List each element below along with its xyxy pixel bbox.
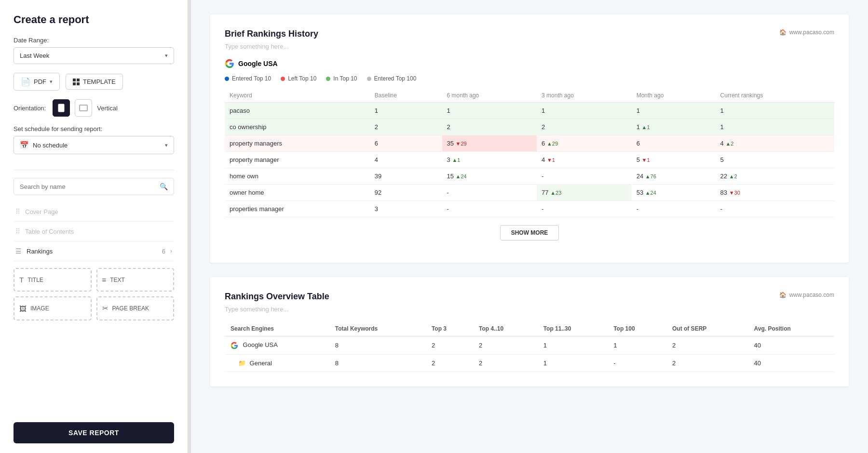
date-range-select[interactable]: Last Week ▾ xyxy=(14,47,174,64)
show-more-button[interactable]: SHOW MORE xyxy=(500,225,559,240)
rankings-table: Keyword Baseline 6 month ago 3 month ago… xyxy=(225,89,834,217)
pagebreak-block-button[interactable]: ✂ PAGE BREAK xyxy=(96,296,175,320)
house-icon: 🏠 xyxy=(779,292,787,298)
chevron-right-icon: › xyxy=(170,248,172,254)
text-icon: ≡ xyxy=(102,276,107,284)
save-report-section: SAVE REPORT xyxy=(14,413,174,443)
chevron-down-icon: ▾ xyxy=(165,142,168,148)
col-top410: Top 4..10 xyxy=(473,321,538,336)
grid-icon xyxy=(73,79,80,85)
page-title: Create a report xyxy=(14,13,174,26)
format-row: 📄 PDF ▾ TEMPLATE xyxy=(14,73,174,91)
table-row: property managers 6 35 ▼29 6 ▲29 6 4 ▲2 xyxy=(225,135,834,152)
col-engine: Search Engines xyxy=(225,321,329,336)
house-icon: 🏠 xyxy=(779,29,787,36)
search-box[interactable]: 🔍 xyxy=(14,178,174,195)
pdf-icon: 📄 xyxy=(21,77,30,86)
template-button[interactable]: TEMPLATE xyxy=(66,74,123,90)
table-header-row: Keyword Baseline 6 month ago 3 month ago… xyxy=(225,89,834,103)
orientation-row: Orientation: Vertical xyxy=(14,99,174,117)
image-icon: 🖼 xyxy=(19,305,27,313)
table-row: home own 39 15 ▲24 - 24 ▲76 22 ▲2 xyxy=(225,168,834,185)
legend-dot xyxy=(326,77,330,81)
legend-in-top10: In Top 10 xyxy=(326,75,357,82)
scissors-icon: ✂ xyxy=(102,304,108,313)
image-block-button[interactable]: 🖼 IMAGE xyxy=(14,296,92,320)
orientation-label: Orientation: xyxy=(14,105,46,112)
legend-entered-top10: Entered Top 10 xyxy=(225,75,271,82)
chevron-down-icon: ▾ xyxy=(165,53,168,59)
col-baseline: Baseline xyxy=(370,89,442,103)
type-hint: Type something here... xyxy=(225,43,834,50)
date-range-label: Date Range: xyxy=(14,37,174,44)
drag-icon: ☰ xyxy=(15,247,22,255)
section-title: Brief Rankings History xyxy=(225,29,318,39)
table-row: Google USA 8 2 2 1 1 2 40 xyxy=(225,336,834,355)
col-avgpos: Avg. Position xyxy=(748,321,834,336)
show-more-row: SHOW MORE xyxy=(225,217,834,248)
schedule-group: Set schedule for sending report: 📅 No sc… xyxy=(14,125,174,154)
legend-left-top10: Left Top 10 xyxy=(281,75,316,82)
divider xyxy=(14,170,174,170)
legend-entered-top100: Entered Top 100 xyxy=(367,75,417,82)
rankings-overview-section: Rankings Overview Table 🏠 www.pacaso.com… xyxy=(210,277,849,386)
svg-rect-1 xyxy=(80,105,87,111)
toc-page-item[interactable]: ⠿ Table of Contents xyxy=(14,222,174,241)
site-badge: 🏠 www.pacaso.com xyxy=(779,292,834,298)
legend-dot xyxy=(225,77,229,81)
chevron-down-icon: ▾ xyxy=(50,79,53,85)
svg-rect-0 xyxy=(58,104,64,112)
table-row: co ownership 2 2 2 1 ▲1 1 xyxy=(225,119,834,135)
section-header: Rankings Overview Table 🏠 www.pacaso.com xyxy=(225,292,834,302)
col-top3: Top 3 xyxy=(426,321,473,336)
calendar-icon: 📅 xyxy=(20,141,29,149)
orientation-vertical-button[interactable] xyxy=(53,99,70,117)
table-row: 📁 General 8 2 2 1 - 2 40 xyxy=(225,354,834,372)
overview-table: Search Engines Total Keywords Top 3 Top … xyxy=(225,321,834,372)
orientation-horizontal-button[interactable] xyxy=(75,99,92,117)
title-icon: T xyxy=(19,276,24,284)
table-row: properties manager 3 - - - - xyxy=(225,201,834,217)
drag-icon: ⠿ xyxy=(15,208,20,215)
date-range-group: Date Range: Last Week ▾ xyxy=(14,37,174,64)
cover-page-item[interactable]: ⠿ Cover Page xyxy=(14,202,174,222)
search-input[interactable] xyxy=(20,183,156,190)
right-panel: Brief Rankings History 🏠 www.pacaso.com … xyxy=(191,0,868,453)
left-panel: Create a report Date Range: Last Week ▾ … xyxy=(0,0,188,453)
table-row: pacaso 1 1 1 1 1 xyxy=(225,103,834,119)
table-row: owner home 92 - 77 ▲23 53 ▲24 83 ▼30 xyxy=(225,185,834,201)
orientation-value: Vertical xyxy=(97,105,118,112)
col-top100: Top 100 xyxy=(608,321,666,336)
col-outserp: Out of SERP xyxy=(666,321,748,336)
type-hint: Type something here... xyxy=(225,306,834,313)
col-current: Current rankings xyxy=(716,89,834,103)
google-header: Google USA xyxy=(225,59,834,68)
col-6month: 6 month ago xyxy=(442,89,537,103)
legend-dot xyxy=(367,77,371,81)
overview-header-row: Search Engines Total Keywords Top 3 Top … xyxy=(225,321,834,336)
col-top1130: Top 11..30 xyxy=(538,321,608,336)
col-1month: Month ago xyxy=(632,89,716,103)
legend: Entered Top 10 Left Top 10 In Top 10 Ent… xyxy=(225,75,834,82)
table-row: property manager 4 3 ▲1 4 ▼1 5 ▼1 5 xyxy=(225,152,834,168)
site-badge: 🏠 www.pacaso.com xyxy=(779,29,834,36)
drag-icon: ⠿ xyxy=(15,227,20,235)
text-block-button[interactable]: ≡ TEXT xyxy=(96,268,175,292)
schedule-select[interactable]: 📅 No schedule ▾ xyxy=(14,136,174,154)
pdf-button[interactable]: 📄 PDF ▾ xyxy=(14,73,60,91)
section-header: Brief Rankings History 🏠 www.pacaso.com xyxy=(225,29,834,39)
section-title: Rankings Overview Table xyxy=(225,292,329,302)
col-3month: 3 month ago xyxy=(537,89,632,103)
brief-rankings-section: Brief Rankings History 🏠 www.pacaso.com … xyxy=(210,14,849,263)
rankings-item[interactable]: ☰ Rankings 6 › xyxy=(14,241,174,261)
schedule-label: Set schedule for sending report: xyxy=(14,125,174,133)
folder-icon: 📁 xyxy=(238,360,246,367)
search-icon: 🔍 xyxy=(160,183,168,190)
save-report-button[interactable]: SAVE REPORT xyxy=(14,422,174,443)
col-total: Total Keywords xyxy=(329,321,426,336)
col-keyword: Keyword xyxy=(225,89,370,103)
rankings-badge: 6 xyxy=(162,248,165,255)
legend-dot xyxy=(281,77,285,81)
blocks-grid: T TITLE ≡ TEXT 🖼 IMAGE ✂ PAGE BREAK xyxy=(14,268,174,320)
title-block-button[interactable]: T TITLE xyxy=(14,268,92,292)
